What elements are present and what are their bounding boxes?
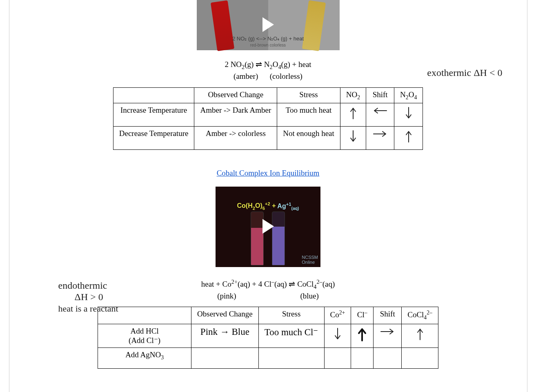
t2-h-co: Co2+ [324,307,351,324]
t1-r1-label: Increase Temperature [113,103,194,127]
t2-r1-stress: Too much Cl⁻ [258,324,324,347]
arrow-down-icon [333,327,343,341]
play-icon [262,17,274,32]
t2-r1-shift-arrow [374,324,402,347]
video-thumbnail-no2[interactable]: 2 NO₂ (g) <--> N₂O₄ (g) + heat red-brown… [197,0,340,50]
t2-r2-label: Add AgNO3 [98,347,191,368]
t1-h-n2o4: N2O4 [394,87,423,103]
t1-h-no2: NO2 [340,87,366,103]
t2-h-shift: Shift [374,307,402,324]
video1-overlay-line2: red-brown colorless [250,43,286,47]
t1-r2-stress: Not enough heat [277,127,340,150]
video2-pink-tube [251,212,264,265]
arrow-down-icon [404,106,414,120]
arrow-left-icon [372,106,388,116]
table-no2: Observed Change Stress NO2 Shift N2O4 In… [113,87,423,150]
arrow-up-icon [404,129,414,144]
video1-overlay-text: 2 NO₂ (g) <--> N₂O₄ (g) + heat red-brown… [197,36,340,48]
t1-h-stress: Stress [277,87,340,103]
t2-r2-stress [258,347,324,368]
t2-r1-co-arrow [324,324,351,347]
t2-r1-observed: Pink → Blue [191,324,259,347]
arrow-right-icon [379,327,396,336]
t2-r1-cl-arrow [351,324,374,347]
t2-r2-co-arrow [324,347,351,368]
t2-r2-cl-arrow [351,347,374,368]
handwriting-exothermic: exothermic ΔH < 0 [427,67,502,79]
arrow-right-icon [372,129,388,139]
video2-watermark-line1: NCSSM [302,255,318,260]
video2-overlay-text: Co(H2O)6+2 + Ag+1(aq) [216,201,320,211]
t2-r2-label-line1: Add AgNO3 [125,350,164,359]
t1-r1-observed: Amber -> Dark Amber [194,103,277,127]
t2-r2-cocl-arrow [402,347,438,368]
t2-r1-label: Add HCl (Add Cl⁻) [98,324,191,347]
t1-h-empty [113,87,194,103]
video-thumbnail-cobalt[interactable]: Co(H2O)6+2 + Ag+1(aq) NCSSM Online [216,187,320,267]
arrow-up-icon [348,106,358,120]
t2-h-cl: Cl– [351,307,374,324]
t2-h-observed: Observed Change [191,307,259,324]
t2-r1-cocl-arrow [402,324,438,347]
video2-blue-tube [272,212,285,265]
t1-r2-no2-arrow [340,127,366,150]
arrow-down-icon [348,129,358,144]
handwriting-endothermic-line1: endothermic [58,280,107,291]
t1-r2-label: Decrease Temperature [113,127,194,150]
t1-r2-observed: Amber -> colorless [194,127,277,150]
t1-h-shift: Shift [366,87,394,103]
handwriting-endothermic-line2: ΔH > 0 [75,292,103,302]
t1-r1-stress: Too much heat [277,103,340,127]
t1-r1-no2-arrow [340,103,366,127]
t1-r2-n2o4-arrow [394,127,423,150]
t2-r2-observed [191,347,259,368]
equation-cobalt-formula: heat + Co2+(aq) + 4 Cl–(aq) ⇌ CoCl42–(aq… [201,280,335,288]
t2-r1-label-line2: (Add Cl⁻) [129,336,160,345]
handwriting-endothermic: endothermic ΔH > 0 heat is a reactant [58,280,165,314]
arrow-up-bold-icon [357,327,367,342]
video2-watermark-line2: Online [302,260,315,265]
video2-watermark: NCSSM Online [302,255,318,265]
t2-r1-label-line1: Add HCl [131,327,159,335]
equation-no2-formula: 2 NO2(g) ⇌ N2O4(g) + heat [225,60,311,69]
t2-h-cocl4: CoCl42– [402,307,438,324]
t2-h-stress: Stress [258,307,324,324]
t1-r1-n2o4-arrow [394,103,423,127]
arrow-up-icon [415,327,425,341]
t1-r1-shift-arrow [366,103,394,127]
t1-h-observed: Observed Change [194,87,277,103]
t2-r2-shift-arrow [374,347,402,368]
handwriting-endothermic-line3: heat is a reactant [58,303,118,314]
play-icon [262,219,274,234]
t1-r2-shift-arrow [366,127,394,150]
video1-overlay-line1: 2 NO₂ (g) <--> N₂O₄ (g) + heat [232,36,304,42]
cobalt-link[interactable]: Cobalt Complex Ion Equilibrium [18,169,519,178]
table-cobalt: Observed Change Stress Co2+ Cl– Shift Co… [98,307,438,368]
